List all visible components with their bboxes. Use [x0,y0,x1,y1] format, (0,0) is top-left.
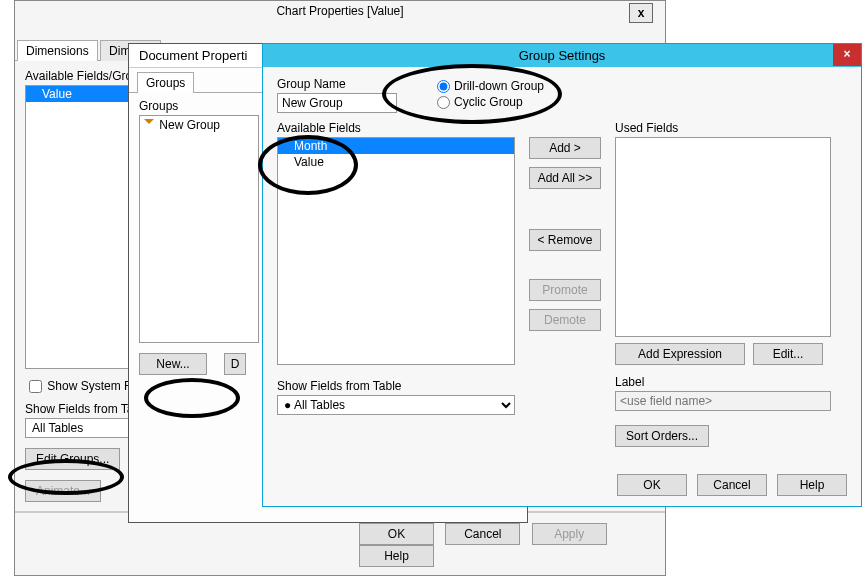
show-system-fields-checkbox[interactable] [29,380,42,393]
group-name: New Group [159,118,220,132]
ok-button[interactable]: OK [617,474,687,496]
remove-button[interactable]: < Remove [529,229,601,251]
cancel-button[interactable]: Cancel [445,523,520,545]
drill-down-label: Drill-down Group [454,79,544,93]
window-title: Group Settings [263,44,861,67]
drill-down-radio[interactable] [437,80,450,93]
window-title: Chart Properties [Value] [15,1,665,21]
drill-group-icon [144,119,154,129]
promote-button[interactable]: Promote [529,279,601,301]
group-name-label: Group Name [277,77,397,91]
add-expression-button[interactable]: Add Expression [615,343,745,365]
add-all-button[interactable]: Add All >> [529,167,601,189]
used-fields-list[interactable] [615,137,831,337]
available-fields-label: Available Fields [277,121,515,135]
ok-button[interactable]: OK [359,523,434,545]
list-item[interactable]: New Group [140,116,258,134]
delete-button[interactable]: D [224,353,247,375]
show-fields-from-table-label: Show Fields from Table [277,379,515,393]
tab-groups[interactable]: Groups [137,72,194,93]
demote-button[interactable]: Demote [529,309,601,331]
tab-dimensions[interactable]: Dimensions [17,40,98,61]
animate-button[interactable]: Animate... [25,480,101,502]
cyclic-label: Cyclic Group [454,95,523,109]
close-icon[interactable]: × [833,44,861,66]
help-button[interactable]: Help [359,545,434,567]
label-label: Label [615,375,831,389]
group-name-input[interactable] [277,93,397,113]
list-item[interactable]: Value [278,154,514,170]
list-item[interactable]: Month [278,138,514,154]
available-fields-list[interactable]: Month Value [277,137,515,365]
new-button[interactable]: New... [139,353,207,375]
edit-button[interactable]: Edit... [753,343,823,365]
cancel-button[interactable]: Cancel [697,474,767,496]
close-icon[interactable]: x [629,3,653,23]
dialog-buttons: OK Cancel Help [617,474,847,496]
label-input[interactable] [615,391,831,411]
tables-dropdown[interactable]: ● All Tables [277,395,515,415]
sort-orders-button[interactable]: Sort Orders... [615,425,709,447]
cyclic-radio[interactable] [437,96,450,109]
add-button[interactable]: Add > [529,137,601,159]
apply-button[interactable]: Apply [532,523,607,545]
help-button[interactable]: Help [777,474,847,496]
groups-list[interactable]: New Group [139,115,259,343]
edit-groups-button[interactable]: Edit Groups... [25,448,120,470]
show-system-fields-label: Show System Fi [47,379,134,393]
group-settings-window: Group Settings × Group Name Drill-down G… [262,43,862,507]
used-fields-label: Used Fields [615,121,831,135]
